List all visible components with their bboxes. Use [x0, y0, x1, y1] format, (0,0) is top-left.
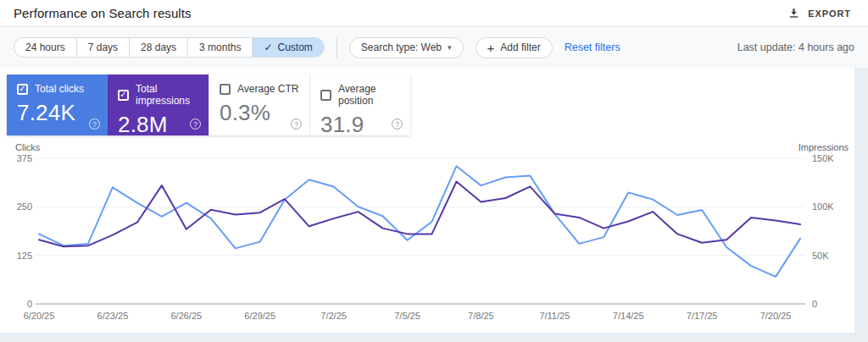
last-update-text: Last update: 4 hours ago	[737, 41, 854, 53]
average-position-checkbox[interactable]	[320, 90, 331, 101]
chevron-down-icon: ▾	[448, 43, 452, 52]
metric-label: Total impressions	[136, 83, 198, 107]
date-range-label: 24 hours	[25, 41, 65, 53]
average-position-value: 31.9	[320, 112, 400, 138]
x-tick-label: 7/14/25	[613, 311, 644, 321]
x-tick-label: 7/17/25	[687, 311, 718, 321]
y-tick-left: 0	[27, 299, 32, 309]
check-icon: ✓	[264, 41, 272, 53]
y-tick-left: 375	[17, 153, 32, 163]
filter-bar: 24 hours 7 days 28 days 3 months ✓ Custo…	[0, 27, 868, 68]
metric-label: Total clicks	[35, 83, 84, 95]
export-button[interactable]: EXPORT	[784, 5, 854, 21]
y-tick-left: 250	[17, 201, 32, 212]
x-tick-label: 7/11/25	[539, 311, 570, 321]
main-content: Total clicks 7.24K ? Total impressions 2…	[0, 68, 854, 333]
total-clicks-card[interactable]: Total clicks 7.24K ?	[7, 74, 108, 135]
y-tick-right: 50K	[812, 251, 829, 261]
search-type-label: Search type: Web	[361, 41, 442, 53]
chart-area: 375150K250100K12550K00ClicksImpressions6…	[0, 142, 854, 332]
y-tick-right: 150K	[812, 153, 834, 163]
performance-chart: 375150K250100K12550K00ClicksImpressions6…	[0, 142, 854, 328]
x-tick-label: 6/26/25	[170, 311, 202, 321]
x-tick-label: 7/20/25	[760, 311, 792, 321]
y-tick-left: 125	[17, 251, 32, 261]
help-icon[interactable]: ?	[291, 119, 302, 130]
help-icon[interactable]: ?	[89, 119, 100, 130]
x-tick-label: 6/23/25	[97, 311, 129, 321]
date-range-label: 3 months	[199, 41, 241, 53]
page-title: Performance on Search results	[14, 6, 192, 20]
date-range-custom[interactable]: ✓ Custom	[252, 38, 323, 57]
download-icon	[787, 7, 800, 19]
search-type-dropdown[interactable]: Search type: Web ▾	[349, 37, 464, 58]
plus-icon: +	[487, 41, 495, 54]
help-icon[interactable]: ?	[190, 119, 201, 130]
add-filter-button[interactable]: + Add filter	[476, 37, 553, 58]
help-icon[interactable]: ?	[392, 119, 403, 130]
add-filter-label: Add filter	[500, 41, 540, 53]
date-range-3-months[interactable]: 3 months	[187, 38, 252, 57]
total-impressions-value: 2.8M	[118, 112, 198, 138]
app-header: Performance on Search results EXPORT	[0, 0, 868, 27]
date-range-24-hours[interactable]: 24 hours	[14, 38, 76, 57]
y-tick-right: 100K	[812, 201, 834, 212]
total-clicks-value: 7.24K	[17, 100, 97, 126]
metric-cards: Total clicks 7.24K ? Total impressions 2…	[7, 74, 410, 135]
metric-label: Average CTR	[237, 83, 298, 95]
x-tick-label: 7/5/25	[394, 311, 420, 321]
metric-label: Average position	[338, 83, 400, 107]
x-tick-label: 6/29/25	[244, 311, 275, 321]
average-position-card[interactable]: Average position 31.9 ?	[309, 74, 410, 135]
date-range-7-days[interactable]: 7 days	[76, 38, 129, 57]
clicks-line	[39, 166, 800, 277]
date-range-selector: 24 hours 7 days 28 days 3 months ✓ Custo…	[14, 37, 325, 58]
average-ctr-checkbox[interactable]	[220, 84, 231, 95]
total-impressions-checkbox[interactable]	[118, 90, 129, 101]
date-range-28-days[interactable]: 28 days	[129, 38, 187, 57]
average-ctr-value: 0.3%	[220, 100, 299, 126]
filter-divider	[337, 36, 337, 58]
x-tick-label: 7/2/25	[320, 311, 347, 321]
date-range-label: 7 days	[88, 41, 118, 53]
total-clicks-checkbox[interactable]	[17, 84, 28, 95]
x-tick-label: 7/8/25	[468, 311, 494, 321]
right-axis-title: Impressions	[798, 142, 849, 152]
reset-filters-link[interactable]: Reset filters	[565, 41, 620, 53]
date-range-label: Custom	[278, 41, 313, 53]
export-label: EXPORT	[808, 8, 851, 19]
date-range-label: 28 days	[141, 41, 176, 53]
left-axis-title: Clicks	[15, 142, 41, 152]
average-ctr-card[interactable]: Average CTR 0.3% ?	[209, 74, 309, 135]
x-tick-label: 6/20/25	[24, 311, 55, 321]
y-tick-right: 0	[812, 299, 817, 309]
total-impressions-card[interactable]: Total impressions 2.8M ?	[108, 74, 209, 135]
